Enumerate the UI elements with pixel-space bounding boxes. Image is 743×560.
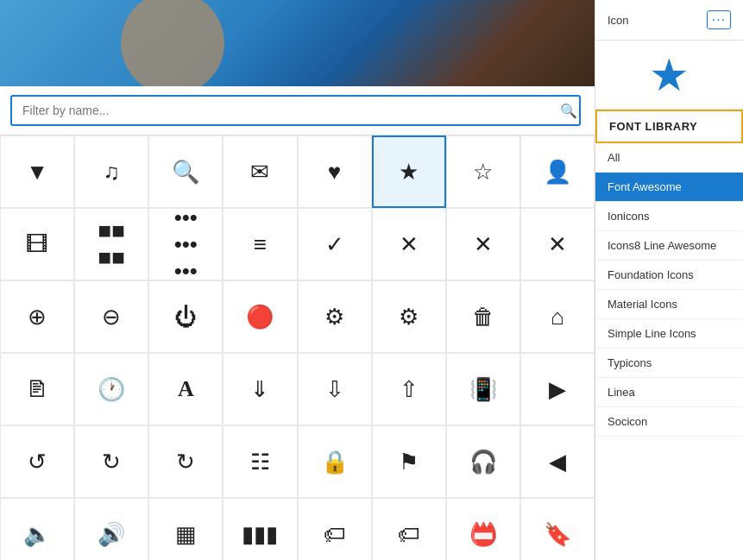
icons-grid: ▼♫🔍✉♥★☆👤🎞■■■■•••••••••≡✓✕✕✕⊕⊖⏻🔴⚙⚙🗑⌂🖹🕐A⇓⇩… — [0, 135, 595, 560]
preview-star-icon: ★ — [649, 49, 689, 101]
grid-3x3-icon[interactable]: ••••••••• — [148, 208, 223, 280]
heart-icon[interactable]: ♥ — [298, 135, 372, 208]
power-icon[interactable]: ⏻ — [148, 280, 223, 353]
trash-icon[interactable]: 🗑 — [446, 280, 520, 353]
user-icon[interactable]: 👤 — [520, 135, 595, 208]
tags-icon[interactable]: 🏷 — [372, 498, 446, 560]
play-circle-icon[interactable]: ▶ — [520, 353, 595, 425]
circle-up-icon[interactable]: ⇧ — [372, 353, 446, 425]
star-filled-icon[interactable]: ★ — [372, 135, 446, 208]
volume-off-icon[interactable]: ◀ — [520, 425, 595, 498]
refresh-ccw-icon[interactable]: ↻ — [74, 425, 148, 498]
zoom-in-icon[interactable]: ⊕ — [0, 280, 74, 353]
barcode-icon[interactable]: ▮▮▮ — [223, 498, 297, 560]
flag-icon[interactable]: ⚑ — [372, 425, 446, 498]
lock-icon[interactable]: 🔒 — [298, 425, 372, 498]
font-library-item-foundation-icons[interactable]: Foundation Icons — [595, 261, 743, 290]
font-library-item-font-awesome[interactable]: Font Awesome — [595, 173, 743, 202]
font-library-item-linea[interactable]: Linea — [595, 378, 743, 407]
refresh-cw-icon[interactable]: ↺ — [0, 425, 74, 498]
search-icon[interactable]: 🔍 — [148, 135, 223, 208]
filter-icon[interactable]: ▼ — [0, 135, 74, 208]
font-library-item-typicons[interactable]: Typicons — [595, 349, 743, 378]
icon-preview-area: ★ — [595, 41, 743, 110]
download-icon[interactable]: ⇓ — [223, 353, 297, 425]
volume-high-icon[interactable]: 🔊 — [74, 498, 148, 560]
clock-icon[interactable]: 🕐 — [74, 353, 148, 425]
font-library-item-material-icons[interactable]: Material Icons — [595, 290, 743, 319]
times-icon-2[interactable]: ✕ — [446, 208, 520, 280]
font-library-item-ionicons[interactable]: Ionicons — [595, 202, 743, 231]
font-icon[interactable]: A — [148, 353, 223, 425]
font-library-section: FONT LIBRARY AllFont AwesomeIoniconsIcon… — [595, 110, 743, 560]
home-icon[interactable]: ⌂ — [520, 280, 595, 353]
times-icon-1[interactable]: ✕ — [372, 208, 446, 280]
list-icon[interactable]: ≡ — [223, 208, 297, 280]
star-empty-icon[interactable]: ☆ — [446, 135, 520, 208]
list-alt-icon[interactable]: ☷ — [223, 425, 297, 498]
icon-preview-header: Icon ··· — [595, 0, 743, 41]
envelope-icon[interactable]: ✉ — [223, 135, 297, 208]
times-icon-3[interactable]: ✕ — [520, 208, 595, 280]
tag-icon[interactable]: 🏷 — [298, 498, 372, 560]
search-input[interactable] — [10, 95, 581, 126]
qr-code-icon[interactable]: ▦ — [148, 498, 223, 560]
check-icon[interactable]: ✓ — [298, 208, 372, 280]
notebook-icon[interactable]: 📛 — [446, 498, 520, 560]
headphones-icon[interactable]: 🎧 — [446, 425, 520, 498]
inbox-icon[interactable]: 📳 — [446, 353, 520, 425]
signal-icon[interactable]: 🔴 — [223, 280, 297, 353]
font-library-header: FONT LIBRARY — [595, 110, 743, 143]
right-panel: Icon ··· ★ FONT LIBRARY AllFont AwesomeI… — [595, 0, 743, 560]
gear-icon-1[interactable]: ⚙ — [298, 280, 372, 353]
left-panel: 🔍 ▼♫🔍✉♥★☆👤🎞■■■■•••••••••≡✓✕✕✕⊕⊖⏻🔴⚙⚙🗑⌂🖹🕐A… — [0, 0, 595, 560]
gear-icon-2[interactable]: ⚙ — [372, 280, 446, 353]
font-library-item-socicon[interactable]: Socicon — [595, 407, 743, 437]
icon-label: Icon — [608, 14, 629, 27]
search-bar: 🔍 — [0, 86, 595, 135]
circle-down-icon[interactable]: ⇩ — [298, 353, 372, 425]
bookmark-icon[interactable]: 🔖 — [520, 498, 595, 560]
volume-low-icon[interactable]: 🔈 — [0, 498, 74, 560]
film-icon[interactable]: 🎞 — [0, 208, 74, 280]
grid-2x2-icon[interactable]: ■■■■ — [74, 208, 148, 280]
font-library-item-all[interactable]: All — [595, 143, 743, 173]
sync-icon[interactable]: ↻ — [148, 425, 223, 498]
music-icon[interactable]: ♫ — [74, 135, 148, 208]
font-library-item-simple-line-icons[interactable]: Simple Line Icons — [595, 319, 743, 349]
zoom-out-icon[interactable]: ⊖ — [74, 280, 148, 353]
font-library-list: AllFont AwesomeIoniconsIcons8 Line Aweso… — [595, 143, 743, 437]
file-icon[interactable]: 🖹 — [0, 353, 74, 425]
top-image-area — [0, 0, 595, 86]
font-library-item-icons8-line-awesome[interactable]: Icons8 Line Awesome — [595, 231, 743, 261]
search-button[interactable]: 🔍 — [553, 99, 584, 123]
more-button[interactable]: ··· — [707, 10, 731, 29]
